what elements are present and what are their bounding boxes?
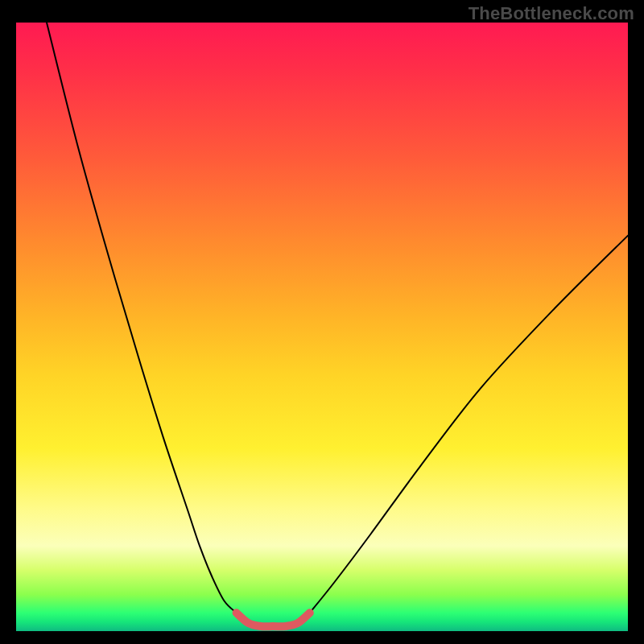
curve-layer	[16, 23, 628, 631]
chart-stage: TheBottleneck.com	[0, 0, 644, 644]
curve-valley-floor	[237, 613, 310, 626]
watermark-text: TheBottleneck.com	[469, 3, 634, 24]
plot-area	[16, 23, 628, 631]
curve-left-branch	[47, 23, 237, 613]
curve-right-branch	[310, 236, 628, 613]
